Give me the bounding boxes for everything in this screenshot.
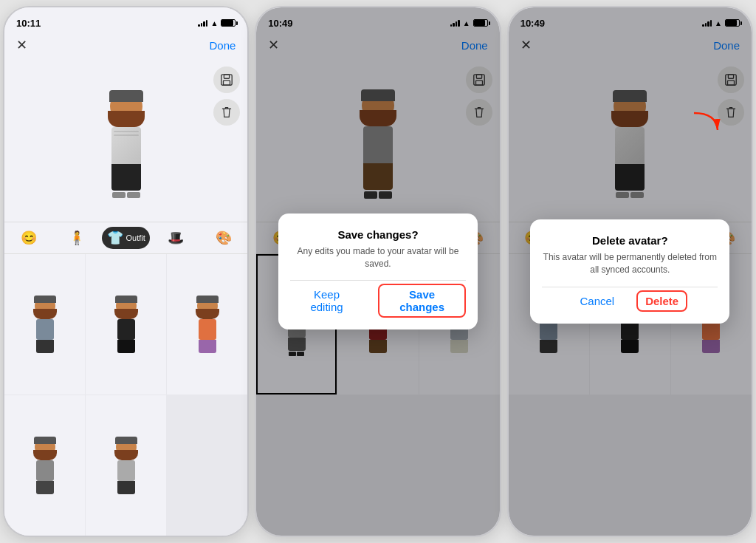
body-icon-1: 🧍	[69, 230, 85, 246]
nav-bar-1: ✕ Done	[4, 34, 247, 59]
status-bar-1: 10:11 ▲	[4, 7, 247, 34]
delete-button-1[interactable]	[213, 99, 240, 126]
phone-1: 10:11 ▲ ✕ Done	[3, 6, 249, 537]
modal-title-2: Save changes?	[290, 228, 466, 241]
modal-actions-3: Cancel Delete	[542, 287, 718, 312]
modal-overlay-3: Delete avatar? This avatar will be perma…	[509, 7, 752, 536]
face-icon-1: 😊	[21, 230, 37, 246]
tab-body-1[interactable]: 🧍	[52, 227, 100, 249]
outfit-cell-orange-1[interactable]	[167, 254, 247, 395]
signal-icon-1	[198, 19, 207, 27]
delete-confirm-button[interactable]: Delete	[636, 290, 687, 312]
phone-3: 10:49 ▲ ✕ Done	[507, 6, 753, 537]
tab-outfit-1[interactable]: 👕 Outfit	[102, 227, 150, 249]
outfit-label-1: Outfit	[126, 233, 145, 242]
done-button-1[interactable]: Done	[209, 39, 236, 52]
phone-2: 10:49 ▲ ✕ Done	[255, 6, 501, 537]
tab-face-1[interactable]: 😊	[4, 227, 52, 249]
status-time-1: 10:11	[16, 18, 41, 29]
outfit-icon-1: 👕	[107, 230, 123, 246]
wifi-icon-1: ▲	[210, 19, 218, 27]
save-changes-modal: Save changes? Any edits you made to your…	[278, 214, 478, 330]
hat-icon-1: 🎩	[168, 230, 184, 246]
tab-extra-1[interactable]: 🎨	[199, 227, 247, 249]
red-arrow-annotation	[687, 109, 724, 142]
save-changes-button[interactable]: Save changes	[378, 284, 466, 318]
outfit-cell-boots3-1[interactable]	[167, 395, 247, 536]
close-button-1[interactable]: ✕	[16, 37, 27, 53]
tab-hat-1[interactable]: 🎩	[151, 227, 199, 249]
keep-editing-button[interactable]: Keep editing	[290, 284, 363, 318]
action-buttons-1	[213, 66, 240, 126]
outfit-cell-boots1-1[interactable]	[4, 395, 85, 536]
modal-actions-2: Keep editing Save changes	[290, 280, 466, 318]
outfit-grid-1	[4, 254, 247, 536]
modal-overlay-2: Save changes? Any edits you made to your…	[256, 7, 499, 536]
save-button-1[interactable]	[213, 66, 240, 93]
bottom-tabs-1: 😊 🧍 👕 Outfit 🎩 🎨	[4, 222, 247, 254]
modal-body-3: This avatar will be permanently deleted …	[542, 251, 718, 276]
outfit-cell-jacket-1[interactable]	[4, 254, 85, 395]
extra-icon-1: 🎨	[216, 230, 232, 246]
battery-icon-1	[221, 19, 236, 27]
cancel-button-3[interactable]: Cancel	[572, 290, 622, 312]
modal-title-3: Delete avatar?	[542, 234, 718, 247]
svg-rect-1	[224, 75, 230, 78]
delete-avatar-modal: Delete avatar? This avatar will be perma…	[530, 219, 729, 324]
outfit-cell-black-1[interactable]	[86, 254, 166, 395]
modal-body-2: Any edits you made to your avatar will b…	[290, 245, 466, 270]
svg-rect-2	[224, 81, 230, 85]
avatar-display-1	[4, 59, 247, 222]
outfit-cell-boots2-1[interactable]	[86, 395, 166, 536]
status-icons-1: ▲	[198, 19, 236, 27]
